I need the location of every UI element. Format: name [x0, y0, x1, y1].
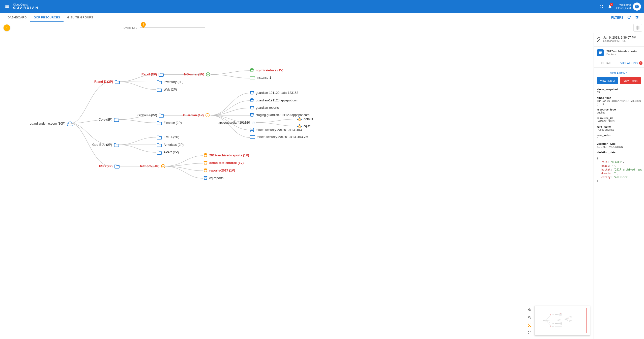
tree-canvas[interactable]: guardiandemo.com (30P) R and D (2P) Corp…	[0, 33, 594, 339]
violation-data-json: { role: "READER", email: "", bucket: "20…	[597, 156, 641, 183]
appengine-icon	[251, 120, 256, 125]
node-label: Web (2P)	[164, 88, 177, 91]
detail-tab-detail[interactable]: DETAIL	[594, 59, 619, 67]
node-test-proj[interactable]: P test-proj (4P)	[140, 164, 165, 168]
node-guardian-data[interactable]: guardian-191120-data-133153	[250, 91, 298, 95]
node-label: apps/guardian-191120	[218, 121, 250, 124]
node-web[interactable]: Web (2P)	[157, 87, 177, 92]
node-label: NG-mirai (1V)	[184, 73, 204, 76]
node-guardian[interactable]: P Guardian (1V)	[183, 113, 210, 118]
node-guardian-staging[interactable]: staging.guardian-191120.appspot.com	[250, 113, 309, 117]
event-slider[interactable]: 2	[140, 27, 205, 28]
resource-type-icon	[597, 49, 604, 56]
compare-snapshot-button[interactable]	[633, 24, 642, 32]
user-avatar[interactable]	[633, 3, 641, 11]
field-value: BUCKET_VIOLATION	[597, 145, 641, 148]
node-2017-archived[interactable]: 2017-archived-reports (1V)	[203, 153, 249, 157]
zoom-in-button[interactable]	[527, 307, 533, 313]
node-label: PSO (2P)	[99, 164, 113, 168]
service-icon: S	[297, 124, 302, 128]
detail-panel: 2 Jan 9, 2018, 9:36:07 PM Snapshots: 65 …	[594, 33, 644, 339]
node-label: guardiandemo.com (30P)	[30, 122, 65, 125]
field-key: violation_data	[597, 151, 641, 154]
tab-gsuite-groups[interactable]: G SUITE GROUPS	[64, 13, 97, 22]
snapshot-range: Snapshots: 65 - 65	[603, 39, 636, 42]
snapshot-timestamp: Jan 9, 2018, 9:36:07 PM	[603, 36, 636, 39]
node-cq-reports[interactable]: cq-reports	[203, 176, 223, 180]
svg-point-17	[254, 137, 254, 137]
node-service-cqfe[interactable]: S cq-fe	[297, 124, 311, 128]
node-guardian-appspot[interactable]: guardian-191120.appspot.com	[250, 98, 299, 102]
bucket-icon	[250, 91, 254, 95]
menu-button[interactable]	[3, 3, 11, 11]
vm-icon	[250, 135, 255, 139]
view-rule-button[interactable]: View Rule 2	[597, 77, 618, 84]
node-forseti-db[interactable]: forseti-security-20180104133153	[250, 128, 302, 132]
detail-tab-violations-label: VIOLATIONS	[620, 62, 638, 65]
fit-screen-button[interactable]	[527, 330, 533, 335]
zoom-out-button[interactable]	[527, 315, 533, 320]
tabs-bar: DASHBOARD GCP RESOURCES G SUITE GROUPS F…	[0, 13, 644, 22]
node-service-default[interactable]: S default	[297, 117, 313, 121]
event-slider-pin[interactable]: 2	[140, 21, 147, 28]
notifications-button[interactable]: 3	[606, 2, 614, 11]
node-retail[interactable]: Retail (2P)	[141, 72, 164, 77]
event-id-label: Event ID: 2	[124, 26, 137, 29]
node-pso[interactable]: PSO (2P)	[99, 164, 120, 168]
refresh-button[interactable]	[627, 15, 631, 20]
node-apps-guardian[interactable]: apps/guardian-191120	[218, 120, 256, 125]
cloud-icon	[67, 121, 73, 126]
fit-to-selection-button[interactable]	[527, 322, 533, 328]
svg-text:R: R	[550, 314, 551, 315]
folder-icon	[157, 150, 162, 155]
resource-name: 2017-archived-reports	[606, 50, 637, 53]
node-ng-mirai-docs[interactable]: ng-mirai-docs (1V)	[250, 68, 283, 72]
collapse-tree-button[interactable]	[4, 24, 10, 31]
node-label: cq-fe	[304, 124, 311, 128]
detail-tab-violations[interactable]: VIOLATIONS 1	[619, 59, 644, 67]
welcome-text: Welcome CloudQuest	[616, 3, 631, 10]
node-r-and-d[interactable]: R and D (2P)	[94, 79, 120, 84]
minimap[interactable]: RP ReG	[535, 306, 590, 335]
node-corp[interactable]: Corp (2P)	[99, 117, 119, 122]
node-label: guardian-191120-data-133153	[256, 91, 298, 95]
event-slider-value: 2	[143, 23, 144, 26]
node-label: demo-test-enforce (1V)	[209, 161, 244, 165]
node-inventory[interactable]: Inventory (2P)	[157, 80, 184, 84]
node-geo-bus[interactable]: Geo-BUs (2P)	[92, 143, 119, 147]
node-org-root[interactable]: guardiandemo.com (30P)	[30, 121, 73, 126]
field-value: Public buckets	[597, 128, 641, 131]
svg-text:Re: Re	[560, 313, 561, 314]
node-forseti-vm[interactable]: forseti-security-20180104133153-vm	[250, 135, 308, 139]
node-emea[interactable]: EMEA (2P)	[157, 135, 179, 139]
node-demo-enforce[interactable]: demo-test-enforce (1V)	[203, 161, 244, 165]
node-apac[interactable]: APAC (2P)	[157, 150, 179, 155]
svg-text:P: P	[207, 114, 209, 117]
svg-point-15	[250, 128, 254, 129]
view-ticket-button[interactable]: View Ticket	[620, 77, 641, 84]
project-icon: P	[206, 72, 210, 77]
notifications-badge: 3	[610, 3, 613, 6]
node-label: cq-reports	[209, 176, 223, 180]
filters-link[interactable]: FILTERS	[611, 16, 623, 19]
field-value: 0	[597, 137, 641, 140]
node-instance-1[interactable]: instance-1	[250, 76, 271, 79]
tab-gcp-resources[interactable]: GCP RESOURCES	[30, 13, 64, 22]
fullscreen-button[interactable]	[597, 2, 606, 11]
field-key: rule_index	[597, 134, 641, 137]
node-global-it[interactable]: Global IT (2P)	[137, 113, 164, 118]
node-finance[interactable]: Finance (2P)	[157, 121, 182, 125]
node-reports-2017[interactable]: reports-2017 (1V)	[203, 168, 235, 173]
tab-dashboard[interactable]: DASHBOARD	[4, 13, 30, 22]
node-americas[interactable]: Americas (2P)	[157, 143, 184, 147]
bucket-icon	[250, 106, 254, 110]
node-ng-mirai[interactable]: P NG-mirai (1V)	[184, 72, 210, 77]
settings-button[interactable]	[635, 15, 639, 20]
bucket-icon	[598, 51, 602, 54]
fullscreen-icon	[599, 5, 603, 9]
minimap-viewport[interactable]: RP ReG	[538, 308, 587, 333]
node-guardian-reports[interactable]: guardian-reports	[250, 106, 279, 110]
snapshot-count: 2	[597, 36, 601, 44]
svg-text:S: S	[299, 119, 300, 121]
node-label: forseti-security-20180104133153	[256, 128, 302, 132]
